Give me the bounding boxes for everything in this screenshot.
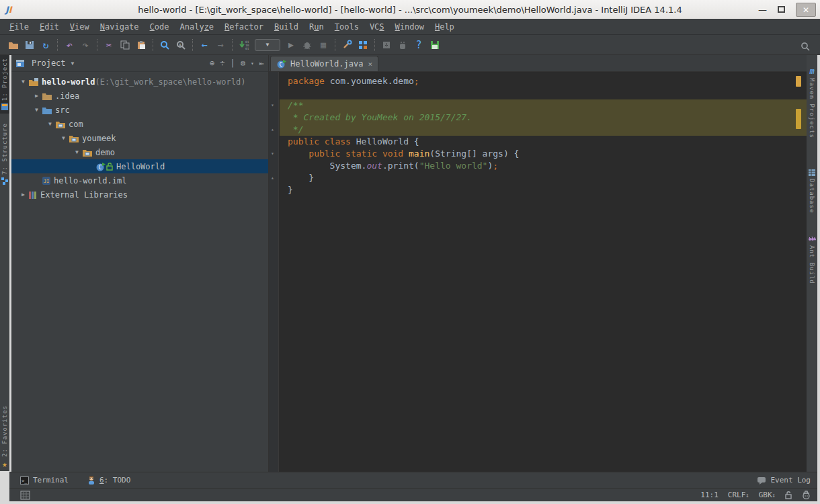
fold-marker[interactable]: ▾	[271, 151, 274, 157]
close-button[interactable]: ✕	[796, 3, 816, 17]
undo-icon: ↶	[66, 39, 72, 51]
run-configuration-combo[interactable]: ▼	[255, 39, 280, 51]
menu-tools[interactable]: Tools	[329, 19, 364, 34]
left-tool-stripe: 1: Project7: Structure2: Favorites★	[0, 55, 9, 472]
undo-button[interactable]: ↶	[61, 37, 77, 53]
replace-button[interactable]: A	[173, 37, 189, 53]
tab-close-icon[interactable]: ×	[368, 60, 372, 69]
error-stripe-mark[interactable]	[796, 109, 801, 129]
forward-button[interactable]: →	[212, 37, 229, 53]
save-button[interactable]	[22, 37, 38, 53]
run-config-button[interactable]: 011001	[236, 37, 252, 53]
tree-row-com[interactable]: ▼com	[11, 117, 268, 131]
open-button[interactable]	[5, 37, 22, 53]
tree-row-helloworld[interactable]: CHelloWorld	[11, 159, 268, 173]
menu-view[interactable]: View	[65, 19, 95, 34]
project-panel-title[interactable]: Project	[32, 58, 66, 68]
tool-button-7-structure[interactable]: 7: Structure	[0, 120, 9, 187]
project-structure-button[interactable]	[355, 37, 371, 53]
toolbar-separator	[57, 39, 58, 51]
tree-row-hello-world-iml[interactable]: JIhello-world.iml	[11, 173, 268, 187]
error-stripe-mark[interactable]	[796, 76, 801, 87]
unlock-icon[interactable]	[785, 491, 792, 499]
copy-button[interactable]	[117, 37, 133, 53]
search-everywhere-button[interactable]	[797, 38, 813, 54]
cut-button[interactable]: ✂	[101, 37, 117, 53]
tree-expand-arrow[interactable]: ▼	[18, 79, 28, 85]
toolbar-separator	[97, 39, 97, 51]
tool-button-1-project[interactable]: 1: Project	[0, 55, 9, 114]
collapse-all-icon[interactable]: ÷	[220, 58, 224, 68]
tool-button-ant-build[interactable]: Ant Build	[807, 230, 817, 287]
menu-navigate[interactable]: Navigate	[95, 19, 145, 34]
gear-arrow[interactable]: ▾	[251, 60, 254, 67]
menu-help[interactable]: Help	[429, 19, 460, 34]
redo-button[interactable]: ↷	[77, 37, 93, 53]
tool-button-6-todo[interactable]: 6: TODO	[87, 476, 130, 485]
toolbar-separator	[232, 39, 233, 51]
tree-row-hello-world[interactable]: ▼hello-world (E:\git_work_space\hello-wo…	[11, 75, 268, 89]
tool-button-label: 2: Favorites	[1, 405, 8, 457]
tab-helloworld-java[interactable]: C HelloWorld.java ×	[270, 56, 378, 71]
line-ending-selector[interactable]: CRLF↕	[728, 491, 749, 499]
tree-expand-arrow[interactable]: ▶	[18, 192, 28, 198]
main-toolbar: ↻↶↷✂A←→011001▼▶▦?	[0, 35, 820, 55]
avd-manager-button[interactable]	[395, 37, 411, 53]
gear-icon[interactable]: ⚙	[241, 58, 245, 68]
back-button[interactable]: ←	[196, 37, 212, 53]
tool-button-terminal[interactable]: >_Terminal	[20, 476, 69, 485]
fold-marker[interactable]: ▴	[271, 126, 274, 132]
tree-row-idea[interactable]: ▶.idea	[11, 89, 268, 103]
minimize-button[interactable]: —	[758, 5, 767, 15]
menu-file[interactable]: File	[4, 19, 34, 34]
encoding-selector[interactable]: GBK↕	[759, 491, 776, 499]
menu-code[interactable]: Code	[145, 19, 175, 34]
run-button[interactable]: ▶	[283, 37, 299, 53]
paste-button[interactable]	[133, 37, 149, 53]
code-line-6: public class HelloWorld {	[288, 136, 807, 148]
locate-icon[interactable]: ⊕	[210, 58, 214, 68]
tree-expand-arrow[interactable]: ▼	[32, 107, 42, 113]
toolbox-icon[interactable]	[20, 491, 30, 500]
menu-build[interactable]: Build	[269, 19, 304, 34]
tree-expand-arrow[interactable]: ▼	[72, 149, 82, 155]
tool-button-maven-projects[interactable]: mMaven Projects	[807, 62, 817, 141]
tree-expand-arrow[interactable]: ▼	[58, 135, 69, 141]
tool-button-event-log[interactable]: Event Log	[757, 476, 811, 485]
run-config-icon: 011001	[239, 40, 249, 50]
maximize-button[interactable]	[778, 6, 785, 13]
menu-window[interactable]: Window	[390, 19, 429, 34]
tree-row-youmeek[interactable]: ▼youmeek	[11, 131, 268, 145]
hide-panel-icon[interactable]: ⇤	[259, 58, 264, 68]
tree-row-external-libraries[interactable]: ▶External Libraries	[11, 187, 268, 202]
fold-marker[interactable]: ▾	[271, 102, 274, 108]
tool-button-database[interactable]: Database	[807, 164, 817, 216]
menu-edit[interactable]: Edit	[34, 19, 65, 34]
menu-run[interactable]: Run	[304, 19, 329, 34]
settings-button[interactable]	[339, 37, 355, 53]
menu-analyze[interactable]: Analyze	[175, 19, 220, 34]
svg-text:C: C	[99, 165, 102, 171]
tree-row-demo[interactable]: ▼demo	[11, 145, 268, 159]
toolbox-icon	[20, 491, 30, 500]
code-editor[interactable]: ▾▴▾▴ package com.youmeek.demo; /** * Cre…	[269, 72, 807, 472]
menu-refactor[interactable]: Refactor	[219, 19, 269, 34]
tree-row-src[interactable]: ▼src	[11, 103, 268, 117]
menu-vcs[interactable]: VCS	[364, 19, 390, 34]
tree-expand-arrow[interactable]: ▶	[32, 93, 42, 99]
event-log-icon	[757, 476, 766, 485]
tool-button-2-favorites[interactable]: 2: Favorites★	[0, 403, 9, 472]
help-button[interactable]: ?	[411, 37, 427, 53]
fold-marker[interactable]: ▴	[271, 175, 274, 181]
sync-button[interactable]: ↻	[38, 37, 54, 53]
coverage-button[interactable]: ▦	[315, 37, 331, 53]
tree-expand-arrow[interactable]: ▼	[45, 121, 55, 127]
caret-position[interactable]: 11:1	[700, 491, 719, 499]
project-dropdown-arrow[interactable]: ▼	[71, 60, 75, 67]
debug-button[interactable]	[299, 37, 315, 53]
plugin-button[interactable]	[427, 37, 443, 53]
hector-inspector-icon[interactable]	[802, 491, 811, 499]
sdk-manager-button[interactable]	[378, 37, 395, 53]
find-button[interactable]	[157, 37, 173, 53]
label: Build	[274, 22, 298, 32]
